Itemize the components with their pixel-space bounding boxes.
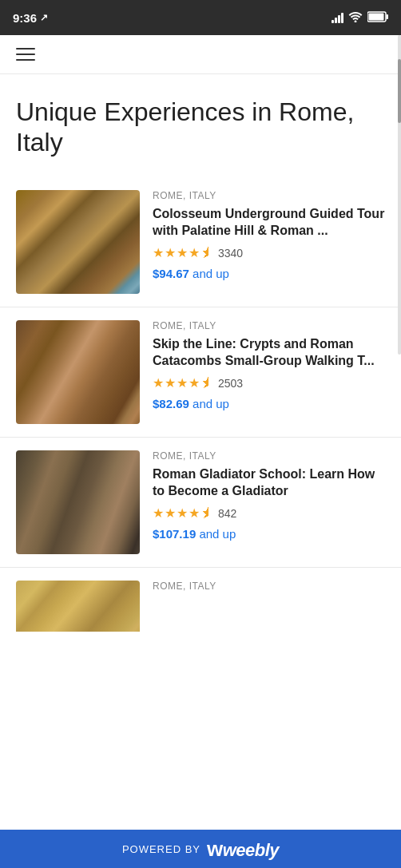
star-2: ★ bbox=[165, 375, 176, 390]
hamburger-line-2 bbox=[16, 54, 35, 55]
powered-by-footer: POWERED BY wweebly bbox=[0, 830, 401, 868]
tour-item-colosseum[interactable]: ROME, ITALY Colosseum Underground Guided… bbox=[0, 177, 401, 307]
hamburger-menu-button[interactable] bbox=[16, 48, 35, 61]
star-half: ⯨ bbox=[200, 246, 213, 260]
tour-rating-gladiator: ★ ★ ★ ★ ⯨ 842 bbox=[153, 505, 385, 521]
price-value-gladiator: $107.19 bbox=[153, 527, 196, 541]
tour-info-colosseum: ROME, ITALY Colosseum Underground Guided… bbox=[153, 190, 385, 281]
signal-icon bbox=[332, 12, 343, 23]
status-time: 9:36 ↗ bbox=[13, 11, 48, 25]
price-label-gladiator: and up bbox=[199, 527, 236, 541]
tour-price-catacombs: $82.69 and up bbox=[153, 397, 385, 410]
star-2: ★ bbox=[165, 505, 176, 521]
battery-icon bbox=[367, 11, 388, 25]
wifi-icon bbox=[348, 11, 363, 25]
stars-gladiator: ★ ★ ★ ★ ⯨ bbox=[153, 505, 213, 521]
header bbox=[0, 35, 401, 74]
tour-location-catacombs: ROME, ITALY bbox=[153, 320, 385, 331]
tour-location-partial: ROME, ITALY bbox=[153, 581, 385, 592]
hamburger-line-1 bbox=[16, 48, 35, 50]
review-count-gladiator: 842 bbox=[218, 507, 236, 520]
tour-image-gladiator bbox=[16, 450, 140, 554]
star-3: ★ bbox=[177, 505, 188, 521]
powered-by-text: POWERED BY bbox=[122, 843, 200, 855]
scrollbar-thumb[interactable] bbox=[398, 59, 401, 123]
svg-rect-1 bbox=[387, 14, 389, 19]
tour-item-partial[interactable]: ROME, ITALY bbox=[0, 568, 401, 632]
tour-name-catacombs: Skip the Line: Crypts and Roman Catacomb… bbox=[153, 336, 385, 370]
weebly-logo[interactable]: wweebly bbox=[207, 837, 279, 862]
stars-colosseum: ★ ★ ★ ★ ⯨ bbox=[153, 245, 213, 260]
svg-rect-2 bbox=[369, 13, 384, 20]
tour-location-colosseum: ROME, ITALY bbox=[153, 190, 385, 201]
star-half: ⯨ bbox=[200, 506, 213, 521]
stars-catacombs: ★ ★ ★ ★ ⯨ bbox=[153, 375, 213, 390]
tour-info-catacombs: ROME, ITALY Skip the Line: Crypts and Ro… bbox=[153, 320, 385, 411]
tour-item-gladiator[interactable]: ROME, ITALY Roman Gladiator School: Lear… bbox=[0, 438, 401, 568]
tour-rating-colosseum: ★ ★ ★ ★ ⯨ 3340 bbox=[153, 245, 385, 260]
scrollbar-track[interactable] bbox=[398, 35, 401, 355]
star-1: ★ bbox=[153, 505, 164, 521]
tour-rating-catacombs: ★ ★ ★ ★ ⯨ 2503 bbox=[153, 375, 385, 390]
tour-name-colosseum: Colosseum Underground Guided Tour with P… bbox=[153, 206, 385, 240]
tour-info-gladiator: ROME, ITALY Roman Gladiator School: Lear… bbox=[153, 450, 385, 541]
tour-item-catacombs[interactable]: ROME, ITALY Skip the Line: Crypts and Ro… bbox=[0, 307, 401, 438]
star-half: ⯨ bbox=[200, 376, 213, 390]
tour-image-partial bbox=[16, 581, 140, 632]
tour-price-gladiator: $107.19 and up bbox=[153, 527, 385, 541]
status-bar: 9:36 ↗ bbox=[0, 0, 401, 35]
star-3: ★ bbox=[177, 375, 188, 390]
price-label-catacombs: and up bbox=[193, 397, 229, 410]
star-1: ★ bbox=[153, 375, 164, 390]
hamburger-line-3 bbox=[16, 59, 35, 61]
star-3: ★ bbox=[177, 245, 188, 260]
tour-image-catacombs bbox=[16, 320, 140, 424]
tour-list: ROME, ITALY Colosseum Underground Guided… bbox=[0, 177, 401, 632]
star-1: ★ bbox=[153, 245, 164, 260]
status-icons bbox=[332, 11, 388, 25]
price-value-catacombs: $82.69 bbox=[153, 397, 189, 410]
location-arrow-icon: ↗ bbox=[40, 12, 48, 23]
review-count-colosseum: 3340 bbox=[218, 247, 243, 260]
tour-name-gladiator: Roman Gladiator School: Learn How to Bec… bbox=[153, 466, 385, 500]
tour-info-partial: ROME, ITALY bbox=[153, 581, 385, 592]
tour-image-colosseum bbox=[16, 190, 140, 294]
star-2: ★ bbox=[165, 245, 176, 260]
tour-location-gladiator: ROME, ITALY bbox=[153, 450, 385, 462]
time-display: 9:36 bbox=[13, 11, 37, 25]
review-count-catacombs: 2503 bbox=[218, 377, 243, 390]
star-4: ★ bbox=[189, 375, 200, 390]
page-title: Unique Experiences in Rome, Italy bbox=[0, 74, 401, 177]
price-value-colosseum: $94.67 bbox=[153, 267, 189, 280]
star-4: ★ bbox=[189, 245, 200, 260]
price-label-colosseum: and up bbox=[193, 267, 229, 280]
star-4: ★ bbox=[189, 505, 200, 521]
tour-price-colosseum: $94.67 and up bbox=[153, 267, 385, 280]
